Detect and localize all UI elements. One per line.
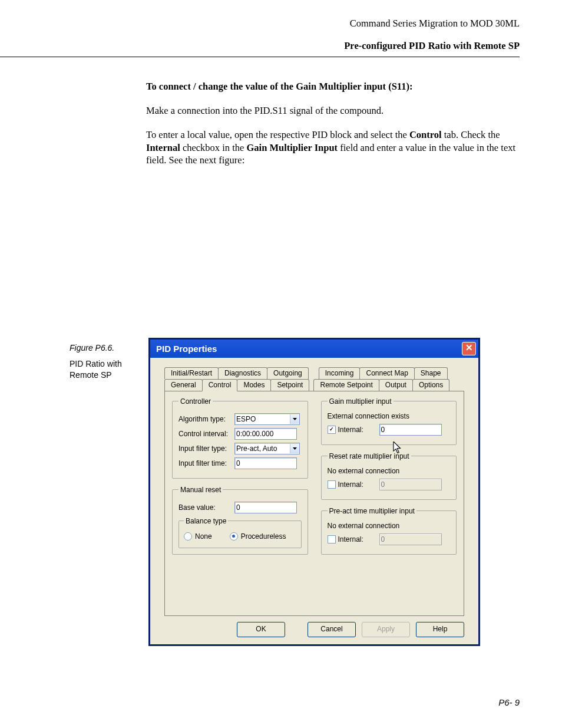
tab-options[interactable]: Options <box>412 379 449 391</box>
page-header-title: Command Series Migration to MOD 30ML <box>0 18 520 29</box>
balance-type-legend: Balance type <box>184 517 228 525</box>
preact-internal-label: Internal: <box>338 535 379 543</box>
tab-output[interactable]: Output <box>379 379 413 391</box>
balance-none-radio[interactable] <box>184 532 192 541</box>
gain-internal-input[interactable] <box>379 424 442 436</box>
pid-properties-dialog: PID Properties ✕ Initial/Restart Diagnos… <box>148 338 480 646</box>
tab-connect-map[interactable]: Connect Map <box>359 367 414 379</box>
preact-internal-checkbox[interactable] <box>328 535 336 543</box>
tab-outgoing[interactable]: Outgoing <box>267 367 309 379</box>
reset-connection-status: No external connection <box>328 467 451 475</box>
cursor-arrow-icon <box>393 442 404 455</box>
preact-connection-status: No external connection <box>328 522 451 530</box>
page-number: P6- 9 <box>0 697 562 725</box>
gain-internal-label: Internal: <box>338 426 379 434</box>
algorithm-type-label: Algorithm type: <box>178 415 234 423</box>
chevron-down-icon <box>290 414 299 424</box>
tab-modes[interactable]: Modes <box>237 379 271 391</box>
control-interval-input[interactable] <box>234 428 297 440</box>
gain-multiplier-legend: Gain multiplier input <box>328 397 394 406</box>
manual-reset-legend: Manual reset <box>178 486 223 494</box>
balance-none-label: None <box>195 532 212 541</box>
svg-marker-0 <box>293 418 297 420</box>
reset-internal-label: Internal: <box>338 480 379 489</box>
algorithm-type-select[interactable]: ESPO <box>234 413 300 425</box>
tab-diagnostics[interactable]: Diagnostics <box>218 367 267 379</box>
base-value-label: Base value: <box>178 503 234 512</box>
input-filter-time-input[interactable] <box>234 457 297 469</box>
tab-remote-setpoint[interactable]: Remote Setpoint <box>313 379 379 391</box>
tab-setpoint[interactable]: Setpoint <box>270 379 309 391</box>
manual-reset-group: Manual reset Base value: Balance type No… <box>172 486 308 555</box>
close-icon[interactable]: ✕ <box>462 342 476 355</box>
svg-marker-2 <box>393 442 400 453</box>
cancel-button[interactable]: Cancel <box>308 622 356 637</box>
ok-button[interactable]: OK <box>237 622 285 637</box>
reset-internal-input <box>379 479 442 490</box>
base-value-input[interactable] <box>234 502 297 513</box>
input-filter-type-label: Input filter type: <box>178 444 234 453</box>
gain-multiplier-group: Gain multiplier input External connectio… <box>321 397 457 445</box>
tab-shape[interactable]: Shape <box>414 367 448 379</box>
tab-incoming[interactable]: Incoming <box>319 367 361 379</box>
tab-control[interactable]: Control <box>202 379 238 391</box>
controller-legend: Controller <box>178 397 213 406</box>
control-interval-label: Control interval: <box>178 430 234 438</box>
controller-group: Controller Algorithm type: ESPO Control … <box>172 397 308 479</box>
instruction-p1: Make a connection into the PID.S11 signa… <box>146 104 520 117</box>
input-filter-time-label: Input filter time: <box>178 459 234 467</box>
reset-internal-checkbox[interactable] <box>328 480 336 489</box>
chevron-down-icon <box>290 444 299 453</box>
apply-button: Apply <box>362 622 410 637</box>
tab-initial-restart[interactable]: Initial/Restart <box>164 367 219 379</box>
svg-marker-1 <box>293 447 297 450</box>
balance-procedureless-radio[interactable] <box>230 532 238 541</box>
reset-rate-group: Reset rate multiplier input No external … <box>321 452 457 500</box>
help-button[interactable]: Help <box>416 622 464 637</box>
figure-caption: PID Ratio with Remote SP <box>70 358 140 381</box>
figure-number: Figure P6.6. <box>70 342 140 354</box>
balance-procedureless-label: Procedureless <box>241 532 286 541</box>
gain-connection-status: External connection exists <box>328 412 451 420</box>
preact-time-group: Pre-act time multiplier input No externa… <box>321 507 457 555</box>
dialog-title: PID Properties <box>156 344 217 354</box>
instruction-heading: To connect / change the value of the Gai… <box>146 81 520 93</box>
preact-time-legend: Pre-act time multiplier input <box>328 507 416 515</box>
gain-internal-checkbox[interactable] <box>328 426 336 434</box>
preact-internal-input <box>379 533 442 545</box>
input-filter-type-select[interactable]: Pre-act, Auto <box>234 443 300 454</box>
page-header-subtitle: Pre-configured PID Ratio with Remote SP <box>0 40 520 52</box>
instruction-p2: To enter a local value, open the respect… <box>146 129 520 166</box>
tab-general[interactable]: General <box>164 379 203 391</box>
